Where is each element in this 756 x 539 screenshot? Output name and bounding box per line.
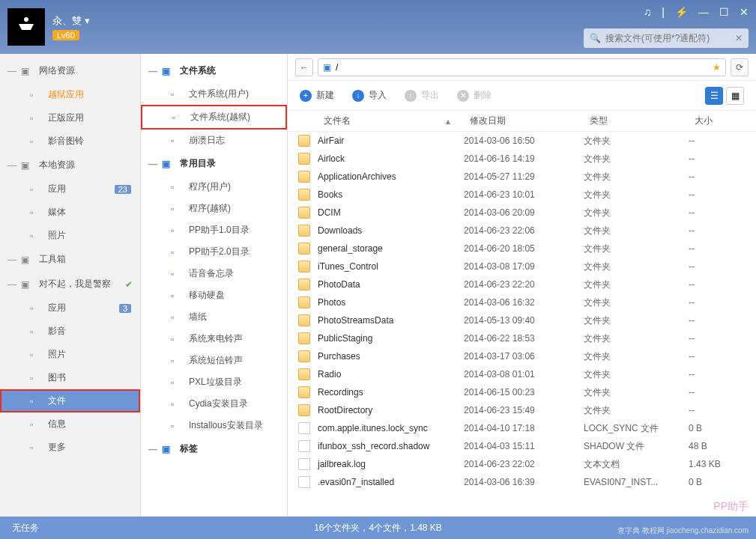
file-row[interactable]: iTunes_Control 2014-03-08 17:09 文件夹 --: [288, 258, 756, 275]
sidebar-group-header[interactable]: —▣本地资源: [0, 153, 140, 177]
path-input[interactable]: ▣ / ★: [318, 58, 726, 76]
menu-icon[interactable]: ⚡: [675, 6, 688, 18]
file-row[interactable]: DCIM 2014-03-06 20:09 文件夹 --: [288, 204, 756, 222]
item-label: 越狱应用: [48, 88, 84, 101]
sidebar-item[interactable]: ▫更多: [0, 436, 140, 459]
tree-group-header[interactable]: —▣文件系统: [141, 58, 287, 83]
sidebar-item[interactable]: ▫影音: [0, 320, 140, 343]
file-size: --: [689, 153, 756, 164]
back-button[interactable]: ←: [295, 58, 313, 76]
sidebar-item[interactable]: ▫越狱应用: [0, 83, 140, 106]
file-row[interactable]: Downloads 2014-06-23 22:06 文件夹 --: [288, 222, 756, 240]
music-icon[interactable]: ♫: [644, 6, 652, 18]
search-input[interactable]: [605, 33, 735, 43]
maximize-icon[interactable]: ☐: [719, 6, 729, 18]
username[interactable]: 汆、雙 ▾: [52, 14, 90, 28]
file-row[interactable]: RootDirectory 2014-06-23 15:49 文件夹 --: [288, 401, 756, 419]
file-name: ApplicationArchives: [318, 171, 464, 182]
grid-view-button[interactable]: ▦: [726, 87, 744, 105]
search-box[interactable]: 🔍 ✕: [584, 28, 749, 48]
new-button[interactable]: + 新建: [300, 89, 334, 102]
file-name: Books: [318, 189, 464, 200]
sidebar-item[interactable]: ▫信息: [0, 412, 140, 436]
avatar[interactable]: [7, 8, 45, 46]
tree-item[interactable]: ▫程序(越狱): [141, 198, 287, 219]
close-icon[interactable]: ✕: [740, 6, 749, 18]
file-row[interactable]: PublicStaging 2014-06-22 18:53 文件夹 --: [288, 329, 756, 347]
sidebar-item[interactable]: ▫应用3: [0, 296, 140, 320]
sidebar-item[interactable]: ▫影音图铃: [0, 130, 140, 153]
file-row[interactable]: com.apple.itunes.lock_sync 2014-04-10 17…: [288, 419, 756, 437]
tree-item[interactable]: ▫移动硬盘: [141, 284, 287, 306]
list-view-button[interactable]: ☰: [705, 87, 723, 105]
sidebar-item[interactable]: ▫文件: [0, 389, 140, 412]
delete-button[interactable]: ✕ 删除: [457, 89, 492, 102]
file-date: 2014-06-23 10:01: [464, 189, 584, 200]
file-type: 文件夹: [584, 243, 689, 255]
collapse-icon: —: [7, 255, 16, 265]
tree-item[interactable]: ▫墙纸: [141, 306, 287, 328]
sidebar-item[interactable]: ▫照片: [0, 343, 140, 366]
sidebar-item[interactable]: ▫媒体: [0, 201, 140, 224]
item-label: 信息: [48, 418, 66, 430]
file-size: 48 B: [689, 441, 756, 451]
tree-item[interactable]: ▫Cydia安装目录: [141, 393, 287, 415]
sidebar-group-header[interactable]: —▣工具箱: [0, 247, 140, 272]
minimize-icon[interactable]: —: [698, 6, 709, 18]
group-label: 标签: [180, 442, 198, 455]
collapse-icon: —: [148, 444, 157, 454]
path-text: /: [336, 62, 338, 73]
file-name: DCIM: [318, 207, 464, 218]
item-icon: ▫: [171, 247, 183, 258]
file-row[interactable]: general_storage 2014-06-20 18:05 文件夹 --: [288, 240, 756, 258]
file-row[interactable]: Recordings 2014-06-15 00:23 文件夹 --: [288, 383, 756, 401]
import-button[interactable]: ↓ 导入: [352, 89, 387, 102]
file-row[interactable]: AirFair 2014-03-06 16:50 文件夹 --: [288, 132, 756, 150]
file-row[interactable]: ifunbox_ssh_record.shadow 2014-04-03 15:…: [288, 437, 756, 455]
file-row[interactable]: Radio 2014-03-08 01:01 文件夹 --: [288, 365, 756, 383]
tree-item[interactable]: ▫系统短信铃声: [141, 350, 287, 371]
col-date[interactable]: 修改日期: [464, 115, 584, 127]
delete-label: 删除: [474, 89, 492, 102]
tree-item[interactable]: ▫崩溃日志: [141, 130, 287, 151]
folder-icon: [298, 278, 310, 290]
export-button[interactable]: ↑ 导出: [405, 89, 439, 102]
file-row[interactable]: PhotoData 2014-06-23 22:20 文件夹 --: [288, 275, 756, 293]
sidebar-item[interactable]: ▫照片: [0, 224, 140, 247]
sidebar-item[interactable]: ▫正版应用: [0, 106, 140, 130]
sidebar-item[interactable]: ▫应用23: [0, 177, 140, 201]
badge: 3: [119, 304, 131, 313]
tree-group-header[interactable]: —▣标签: [141, 436, 287, 461]
tree-item[interactable]: ▫PP助手1.0目录: [141, 219, 287, 241]
file-type: 文件夹: [584, 189, 689, 201]
sidebar-group-header[interactable]: —▣对不起，我是警察✔: [0, 272, 140, 296]
tree-item[interactable]: ▫文件系统(越狱): [141, 105, 287, 130]
col-size[interactable]: 大小: [689, 115, 756, 127]
sidebar-item[interactable]: ▫图书: [0, 366, 140, 389]
col-type[interactable]: 类型: [584, 115, 689, 127]
star-icon[interactable]: ★: [713, 62, 721, 73]
tree-item[interactable]: ▫程序(用户): [141, 176, 287, 198]
tree-item[interactable]: ▫文件系统(用户): [141, 83, 287, 105]
group-label: 网络资源: [39, 64, 75, 77]
refresh-button[interactable]: ⟳: [731, 58, 749, 76]
clear-search-icon[interactable]: ✕: [735, 33, 743, 43]
file-row[interactable]: ApplicationArchives 2014-05-27 11:29 文件夹…: [288, 168, 756, 186]
tree-item[interactable]: ▫Installous安装目录: [141, 415, 287, 436]
file-row[interactable]: .evasi0n7_installed 2014-03-06 16:39 EVA…: [288, 473, 756, 491]
tree-item[interactable]: ▫语音备忘录: [141, 263, 287, 284]
sidebar-group-header[interactable]: —▣网络资源: [0, 58, 140, 83]
tree-item[interactable]: ▫系统来电铃声: [141, 328, 287, 350]
file-row[interactable]: Books 2014-06-23 10:01 文件夹 --: [288, 186, 756, 204]
tree-item[interactable]: ▫PXL垃圾目录: [141, 371, 287, 393]
file-row[interactable]: jailbreak.log 2014-06-23 22:02 文本文档 1.43…: [288, 455, 756, 473]
file-row[interactable]: Purchases 2014-03-17 03:06 文件夹 --: [288, 347, 756, 365]
file-row[interactable]: Airlock 2014-06-16 14:19 文件夹 --: [288, 150, 756, 168]
home-icon: ▣: [323, 62, 331, 73]
tree-item[interactable]: ▫PP助手2.0目录: [141, 241, 287, 263]
file-row[interactable]: Photos 2014-03-06 16:32 文件夹 --: [288, 293, 756, 311]
tree-group-header[interactable]: —▣常用目录: [141, 151, 287, 176]
file-row[interactable]: PhotoStreamsData 2014-05-13 09:40 文件夹 --: [288, 311, 756, 329]
file-size: --: [689, 387, 756, 398]
col-name[interactable]: 文件名 ▴: [298, 115, 464, 127]
